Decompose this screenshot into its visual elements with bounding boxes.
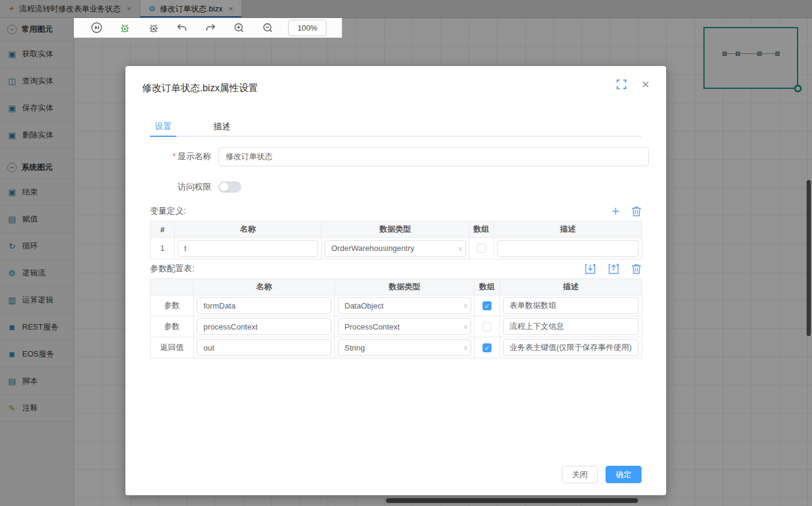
param-array-checkbox[interactable] (483, 322, 492, 331)
col-index: # (151, 221, 175, 238)
variable-index: 1 (151, 238, 175, 259)
variable-array-checkbox[interactable] (477, 244, 486, 253)
add-variable-icon[interactable]: + (612, 206, 619, 217)
properties-dialog: 修改订单状态.bizx属性设置 × 设置 描述 *显示名称 访问权限 变量定义:… (125, 66, 666, 495)
zoom-out-icon[interactable] (260, 20, 275, 35)
delete-param-icon[interactable] (631, 264, 642, 274)
param-desc-input[interactable] (503, 297, 639, 314)
param-kind: 参数 (151, 295, 194, 316)
toggle-knob (220, 182, 229, 191)
param-row: 参数 ∨ ✓ (151, 295, 642, 316)
variable-row: 1 ∨ (151, 238, 642, 259)
param-type-select[interactable] (338, 297, 471, 314)
param-desc-input[interactable] (503, 318, 639, 335)
delete-variable-icon[interactable] (631, 206, 642, 217)
debug-stop-icon[interactable] (146, 20, 161, 35)
param-type-select[interactable] (338, 339, 471, 356)
close-icon[interactable]: × (642, 77, 649, 92)
required-asterisk: * (173, 151, 176, 161)
confirm-button[interactable]: 确定 (606, 466, 642, 483)
param-array-checkbox[interactable]: ✓ (483, 343, 492, 352)
col-array: 数组 (475, 279, 500, 295)
access-row: 访问权限 (150, 181, 241, 193)
variables-header-row: # 名称 数据类型 数组 描述 (151, 221, 642, 238)
access-toggle[interactable] (218, 181, 241, 193)
params-section-label: 参数配置表: (150, 264, 194, 274)
params-table: 名称 数据类型 数组 描述 参数 ∨ ✓ 参数 ∨ (150, 279, 642, 358)
params-section-header: 参数配置表: (150, 264, 642, 274)
export-params-icon[interactable] (608, 264, 619, 274)
param-desc-input[interactable] (503, 339, 639, 356)
debug-run-icon[interactable] (117, 20, 133, 35)
display-name-label: *显示名称 (150, 151, 211, 162)
tab-settings[interactable]: 设置 (150, 121, 176, 137)
variable-type-select[interactable] (325, 240, 466, 257)
param-name-input[interactable] (197, 339, 331, 356)
display-name-input[interactable] (218, 147, 649, 166)
col-description: 描述 (494, 221, 642, 238)
variables-section-header: 变量定义: + (150, 206, 642, 217)
variable-desc-input[interactable] (497, 240, 639, 257)
redo-icon[interactable] (203, 20, 218, 35)
import-params-icon[interactable] (585, 264, 596, 274)
param-kind: 返回值 (151, 337, 194, 358)
run-button[interactable] (89, 20, 104, 35)
param-row: 参数 ∨ (151, 316, 642, 337)
param-name-input[interactable] (197, 318, 331, 335)
access-label: 访问权限 (150, 182, 211, 193)
zoom-in-icon[interactable] (231, 20, 247, 35)
fullscreen-icon[interactable] (616, 79, 627, 89)
col-array: 数组 (469, 221, 494, 238)
variable-name-input[interactable] (178, 240, 318, 257)
variables-section-label: 变量定义: (150, 206, 186, 217)
undo-icon[interactable] (174, 20, 190, 35)
param-kind: 参数 (151, 316, 194, 337)
col-description: 描述 (500, 279, 642, 295)
close-button[interactable]: 关闭 (562, 466, 598, 483)
dialog-tabs: 设置 描述 (150, 121, 642, 137)
tab-description[interactable]: 描述 (209, 121, 235, 136)
dialog-title: 修改订单状态.bizx属性设置 (142, 82, 258, 95)
display-name-row: *显示名称 (150, 147, 649, 166)
param-array-checkbox[interactable]: ✓ (483, 301, 492, 310)
dialog-footer: 关闭 确定 (562, 466, 642, 483)
params-header-row: 名称 数据类型 数组 描述 (151, 279, 642, 295)
designer-toolbar: 100% (74, 18, 342, 38)
zoom-level-indicator[interactable]: 100% (288, 20, 326, 36)
param-type-select[interactable] (338, 318, 471, 335)
col-datatype: 数据类型 (335, 279, 475, 295)
col-datatype: 数据类型 (322, 221, 469, 238)
col-name: 名称 (194, 279, 335, 295)
variables-table: # 名称 数据类型 数组 描述 1 ∨ (150, 221, 642, 259)
col-kind (151, 279, 194, 295)
param-name-input[interactable] (197, 297, 331, 314)
app-window: ✦ 流程流转时修改表单业务状态 × ⚙ 修改订单状态.bizx × − 常用图元… (0, 0, 812, 506)
col-name: 名称 (175, 221, 322, 238)
param-row: 返回值 ∨ ✓ (151, 337, 642, 358)
